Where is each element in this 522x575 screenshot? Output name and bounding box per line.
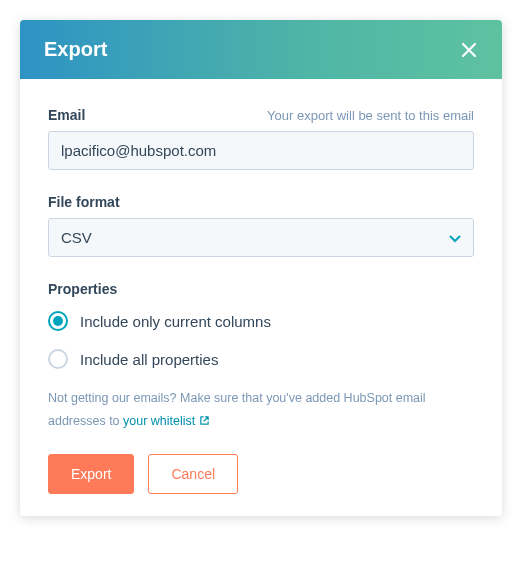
caret-down-icon (449, 229, 461, 246)
hint-prefix: Not getting our emails? Make sure that y… (48, 391, 426, 428)
whitelist-link-text: your whitelist (123, 410, 195, 433)
radio-icon (48, 349, 68, 369)
external-link-icon (199, 415, 210, 426)
modal-header: Export (20, 20, 502, 79)
close-icon[interactable] (460, 41, 478, 59)
export-button[interactable]: Export (48, 454, 134, 494)
file-format-field-group: File format CSV (48, 194, 474, 257)
whitelist-link[interactable]: your whitelist (123, 410, 210, 433)
radio-option-all-properties[interactable]: Include all properties (48, 349, 474, 369)
cancel-button[interactable]: Cancel (148, 454, 238, 494)
file-format-label: File format (48, 194, 474, 210)
properties-field-group: Properties Include only current columns … (48, 281, 474, 369)
modal-title: Export (44, 38, 107, 61)
hint-text: Not getting our emails? Make sure that y… (48, 387, 474, 432)
properties-label: Properties (48, 281, 474, 297)
radio-icon (48, 311, 68, 331)
email-input[interactable] (48, 131, 474, 170)
radio-option-current-columns[interactable]: Include only current columns (48, 311, 474, 331)
email-label: Email (48, 107, 85, 123)
radio-label: Include only current columns (80, 313, 271, 330)
file-format-value: CSV (61, 229, 92, 246)
export-modal: Export Email Your export will be sent to… (20, 20, 502, 516)
email-helper: Your export will be sent to this email (267, 108, 474, 123)
email-label-row: Email Your export will be sent to this e… (48, 107, 474, 123)
button-row: Export Cancel (48, 454, 474, 494)
email-field-group: Email Your export will be sent to this e… (48, 107, 474, 170)
radio-label: Include all properties (80, 351, 218, 368)
file-format-select[interactable]: CSV (48, 218, 474, 257)
modal-body: Email Your export will be sent to this e… (20, 79, 502, 516)
properties-radio-group: Include only current columns Include all… (48, 311, 474, 369)
